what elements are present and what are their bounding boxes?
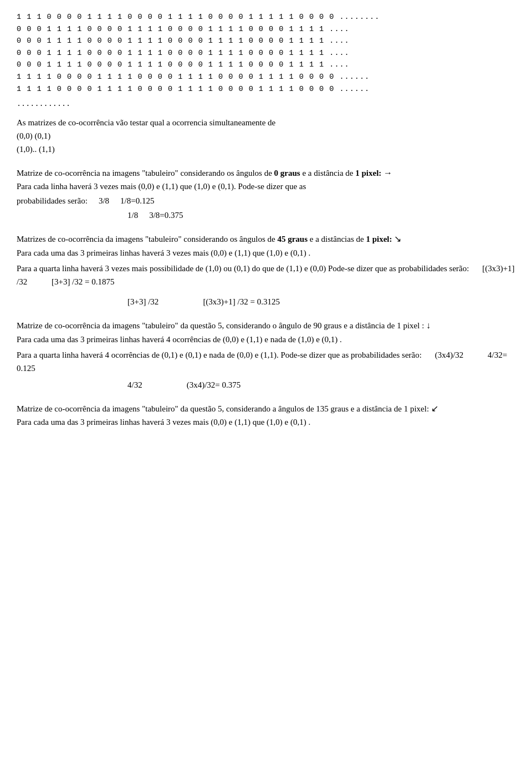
- section2-title-line: Matrizes de co-ocorrência da imagens "ta…: [17, 232, 515, 246]
- section3-formula2b: (3x4)/32= 0.375: [187, 378, 241, 392]
- section3-para1: Para cada uma das 3 primeiras linhas hav…: [17, 333, 515, 346]
- section1-arrow: →: [383, 166, 392, 180]
- section1-pixel-label: 1 pixel:: [355, 169, 381, 177]
- section4-title-line: Matrize de co-ocorrência da imagens "tab…: [17, 402, 515, 416]
- section3: Matrize de co-ocorrência da imagens "tab…: [17, 318, 515, 392]
- section3-formula1a: (3x4)/32: [435, 350, 464, 359]
- section2-arrow: ↘: [394, 232, 401, 246]
- binary-line-5: 0 0 0 1 1 1 1 0 0 0 0 1 1 1 1 0 0 0 0 1 …: [17, 59, 515, 71]
- section1-probabilities: probabilidades serão: 3/8 1/8=0.125: [17, 194, 515, 207]
- section4-title: Matrize de co-ocorrência da imagens "tab…: [17, 404, 429, 413]
- coords-text: (0,0) (0,1): [17, 131, 50, 140]
- coords2-text: (1,0).. (1,1): [17, 145, 55, 154]
- section1-prob2b: 3/8=0.375: [149, 209, 183, 222]
- section1: Matrize de co-ocorrência na imagens "tab…: [17, 166, 515, 222]
- section1-rest: e a distância de: [302, 169, 353, 177]
- section2-para2-text: Para a quarta linha haverá 3 vezes mais …: [17, 264, 469, 273]
- section2-formula-row2: [3+3] /32 [(3x3)+1] /32 = 0.3125: [127, 295, 515, 308]
- binary-line-4: 0 0 0 1 1 1 1 0 0 0 0 1 1 1 1 0 0 0 0 1 …: [17, 47, 515, 59]
- binary-line-1: 1 1 1 0 0 0 0 1 1 1 1 0 0 0 0 1 1 1 1 0 …: [17, 11, 515, 23]
- section3-title-line: Matrize de co-ocorrência da imagens "tab…: [17, 318, 515, 333]
- content-section: As matrizes de co-ocorrência vão testar …: [17, 116, 515, 429]
- ellipsis: ............: [17, 98, 515, 110]
- section2-formula2a: [3+3] /32: [127, 295, 158, 308]
- section2-formula1b: [3+3] /32 = 0.1875: [52, 277, 115, 286]
- section2: Matrizes de co-ocorrência da imagens "ta…: [17, 232, 515, 308]
- section4-para1: Para cada uma das 3 primeiras linhas hav…: [17, 415, 515, 429]
- section2-para1: Para cada uma das 3 primeiras linhas hav…: [17, 246, 515, 260]
- section3-formula2a: 4/32: [127, 378, 142, 392]
- binary-line-6: 1 1 1 1 0 0 0 0 1 1 1 1 0 0 0 0 1 1 1 1 …: [17, 71, 515, 83]
- section2-bold: 45 graus: [277, 235, 308, 243]
- section2-dist: distâncias de: [321, 235, 364, 243]
- binary-section: 1 1 1 0 0 0 0 1 1 1 1 0 0 0 0 1 1 1 1 0 …: [17, 11, 515, 95]
- section2-para2: Para a quarta linha haverá 3 vezes mais …: [17, 262, 515, 288]
- section1-para1: Para cada linha haverá 3 vezes mais (0,0…: [17, 180, 515, 193]
- intro-paragraph: As matrizes de co-ocorrência vão testar …: [17, 116, 515, 156]
- section1-prob1a: 3/8: [99, 194, 109, 207]
- section1-prob-row2: 1/8 3/8=0.375: [127, 209, 515, 222]
- binary-line-7: 1 1 1 1 0 0 0 0 1 1 1 1 0 0 0 0 1 1 1 1 …: [17, 83, 515, 95]
- section2-pixel: 1 pixel:: [366, 235, 392, 243]
- section3-arrow: ↓: [426, 318, 431, 333]
- section2-title: Matrizes de co-ocorrência da imagens "ta…: [17, 235, 275, 243]
- section1-title-line: Matrize de co-ocorrência na imagens "tab…: [17, 166, 515, 180]
- binary-line-3: 0 0 0 1 1 1 1 0 0 0 0 1 1 1 1 0 0 0 0 1 …: [17, 35, 515, 47]
- section1-prob2a: 1/8: [127, 209, 138, 222]
- section3-title: Matrize de co-ocorrência da imagens "tab…: [17, 321, 424, 330]
- binary-line-2: 0 0 0 1 1 1 1 0 0 0 0 1 1 1 1 0 0 0 0 1 …: [17, 23, 515, 35]
- section1-title: Matrize de co-ocorrência na imagens "tab…: [17, 169, 272, 177]
- section1-para1-text: Para cada linha haverá 3 vezes mais (0,0…: [17, 182, 306, 191]
- section3-formula-row2: 4/32 (3x4)/32= 0.375: [127, 378, 515, 392]
- section1-bold: 0 graus: [274, 169, 300, 177]
- section2-rest: e a: [310, 235, 319, 243]
- section3-para2: Para a quarta linha haverá 4 ocorrências…: [17, 348, 515, 375]
- section4: Matrize de co-ocorrência da imagens "tab…: [17, 402, 515, 429]
- section1-prob1b: 1/8=0.125: [120, 194, 154, 207]
- section3-para2-text: Para a quarta linha haverá 4 ocorrências…: [17, 350, 422, 359]
- intro-text: As matrizes de co-ocorrência vão testar …: [17, 118, 275, 127]
- section1-prob-label: probabilidades serão:: [17, 194, 88, 207]
- section2-formula2b: [(3x3)+1] /32 = 0.3125: [203, 295, 280, 308]
- section4-arrow: ↙: [431, 402, 438, 416]
